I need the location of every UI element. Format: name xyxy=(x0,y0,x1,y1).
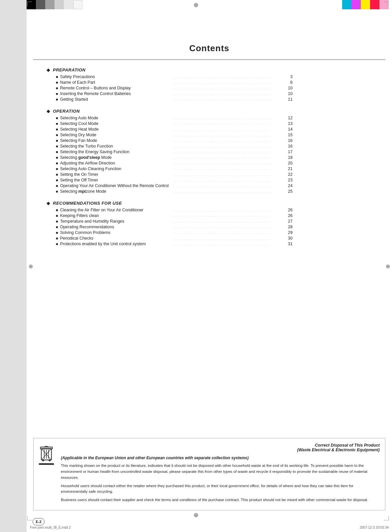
toc-item-mpizone: ■ Selecting mpizone Mode ...............… xyxy=(47,189,293,194)
diamond-icon: ◆ xyxy=(47,108,50,114)
icon-underline xyxy=(39,463,54,465)
disposal-inner: Correct Disposal of This Product (Waste … xyxy=(39,443,380,505)
item-label: Selecting Fan Mode xyxy=(60,138,172,143)
item-page: 16 xyxy=(285,138,293,143)
item-label: Getting Started xyxy=(60,97,172,102)
item-page: 15 xyxy=(285,133,293,137)
item-page: 10 xyxy=(285,91,293,96)
item-page: 24 xyxy=(285,183,293,188)
item-label: Keeping Filters clean xyxy=(60,213,172,218)
item-page: 30 xyxy=(285,236,293,241)
item-page: 23 xyxy=(285,178,293,182)
toc-item-heat-mode: ■ Selecting Heat Mode ..................… xyxy=(47,127,293,132)
recommendations-header: ◆ Recommendations for Use xyxy=(47,200,293,206)
toc-item-turbo: ■ Selecting the Turbo Function .........… xyxy=(47,144,293,149)
toc-item-remote-control: ■ Remote Control – Buttons and Display .… xyxy=(47,86,293,90)
reg-mark-bottom: ⊕ xyxy=(194,511,198,519)
bottom-bar: Free joint multi_IB_E.indd 2 2007-12-3 2… xyxy=(30,526,389,529)
grayscale-swatches xyxy=(27,0,82,9)
item-page: 25 xyxy=(285,189,293,194)
toc-item-off-timer: ■ Setting the Off Timer ................… xyxy=(47,178,293,182)
disposal-para-1: This marking shown on the product or its… xyxy=(61,463,380,480)
item-page: 11 xyxy=(285,97,293,102)
diamond-icon: ◆ xyxy=(47,67,50,72)
item-page: 8 xyxy=(285,80,293,85)
toc-section-operation: ◆ Operation ■ Selecting Auto Mode ......… xyxy=(47,108,293,194)
swatch-gray xyxy=(45,0,55,9)
item-label: Cleaning the Air Filter on Your Air Cond… xyxy=(60,208,172,212)
toc-item-airflow: ■ Adjusting the Airflow Direction ......… xyxy=(47,161,293,165)
toc-item-keeping-filters: ■ Keeping Filters clean ................… xyxy=(47,213,293,218)
crop-mark-tl xyxy=(27,2,32,6)
item-page: 16 xyxy=(285,144,293,149)
swatch-lightgray xyxy=(55,0,64,9)
item-page: 28 xyxy=(285,225,293,229)
toc-section-recommendations: ◆ Recommendations for Use ■ Cleaning the… xyxy=(47,200,293,246)
toc-item-name-each-part: ■ Name of Each Part ....................… xyxy=(47,80,293,85)
crop-mark-br xyxy=(384,516,389,520)
svg-point-5 xyxy=(42,459,44,461)
disposal-para-3: Business users should contact their supp… xyxy=(61,497,380,503)
item-label: Selecting the Energy Saving Function xyxy=(60,150,172,154)
item-page: 17 xyxy=(285,150,293,154)
reg-mark-top: ⊕ xyxy=(194,1,198,9)
swatch-yellow xyxy=(361,0,370,9)
toc-item-getting-started: ■ Getting Started ......................… xyxy=(47,97,293,102)
item-label: Inserting the Remote Control Batteries xyxy=(60,91,172,96)
reg-mark-left: ⊕ xyxy=(29,263,33,269)
item-label: Selecting Heat Mode xyxy=(60,127,172,132)
toc-item-energy-saving: ■ Selecting the Energy Saving Function .… xyxy=(47,150,293,154)
crop-mark-bl xyxy=(27,516,32,520)
disposal-text: Correct Disposal of This Product (Waste … xyxy=(61,443,380,505)
item-label: Selecting the Turbo Function xyxy=(60,144,172,149)
item-page: 26 xyxy=(285,213,293,218)
operation-title: Operation xyxy=(53,109,80,114)
swatch-cyan xyxy=(342,0,351,9)
toc-item-safety: ■ Safety Precautions ...................… xyxy=(47,74,293,79)
item-page: 22 xyxy=(285,172,293,177)
item-page: 13 xyxy=(285,121,293,126)
item-label: Selecting good'sleep Mode xyxy=(60,155,172,160)
preparation-title: Preparation xyxy=(53,67,85,72)
item-page: 26 xyxy=(285,208,293,212)
toc-item-goodsleep: ■ Selecting good'sleep Mode ............… xyxy=(47,155,293,160)
item-page: 12 xyxy=(285,116,293,120)
toc-item-no-remote: ■ Operating Your Air Conditioner Without… xyxy=(47,183,293,188)
item-page: 31 xyxy=(285,242,293,246)
toc-item-on-timer: ■ Setting the On Timer .................… xyxy=(47,172,293,177)
disposal-body: This marking shown on the product or its… xyxy=(61,463,380,503)
item-label: Setting the On Timer xyxy=(60,172,172,177)
toc-item-op-recommendations: ■ Operating Recommendations ............… xyxy=(47,225,293,229)
toc-item-inserting-batteries: ■ Inserting the Remote Control Batteries… xyxy=(47,91,293,96)
item-label: Adjusting the Airflow Direction xyxy=(60,161,172,165)
toc-item-fan-mode: ■ Selecting Fan Mode ...................… xyxy=(47,138,293,143)
toc-item-auto-mode: ■ Selecting Auto Mode ..................… xyxy=(47,116,293,120)
item-label: Solving Common Problems xyxy=(60,230,172,235)
disposal-applicable: (Applicable in the European Union and ot… xyxy=(61,456,380,460)
item-page: 3 xyxy=(285,74,293,79)
item-label: Operating Your Air Conditioner Without t… xyxy=(60,183,172,188)
item-page: 18 xyxy=(285,155,293,160)
color-swatches xyxy=(342,0,389,9)
toc-item-temp-humidity: ■ Temperature and Humidity Ranges ......… xyxy=(47,219,293,224)
item-label: Selecting Auto Mode xyxy=(60,116,172,120)
svg-point-6 xyxy=(49,459,51,461)
bottom-right-text: 2007-12-3 20:03:34 xyxy=(360,526,389,529)
swatch-verylightgray xyxy=(64,0,73,9)
bottom-left-text: Free joint multi_IB_E.indd 2 xyxy=(30,526,71,529)
disposal-para-2: Household users should contact either th… xyxy=(61,483,380,495)
item-label: Periodical Checks xyxy=(60,236,172,241)
swatch-red xyxy=(370,0,379,9)
left-sidebar xyxy=(0,0,27,532)
toc-container: ◆ Preparation ■ Safety Precautions .....… xyxy=(33,67,293,246)
crop-mark-tr xyxy=(384,2,389,6)
item-label: Selecting Cool Mode xyxy=(60,121,172,126)
disposal-box: Correct Disposal of This Product (Waste … xyxy=(33,438,385,510)
item-page: 20 xyxy=(285,161,293,165)
toc-item-cool-mode: ■ Selecting Cool Mode ..................… xyxy=(47,121,293,126)
toc-section-preparation: ◆ Preparation ■ Safety Precautions .....… xyxy=(47,67,293,102)
swatch-darkgray xyxy=(36,0,45,9)
item-page: 14 xyxy=(285,127,293,132)
item-label: Operating Recommendations xyxy=(60,225,172,229)
item-page: 21 xyxy=(285,166,293,171)
